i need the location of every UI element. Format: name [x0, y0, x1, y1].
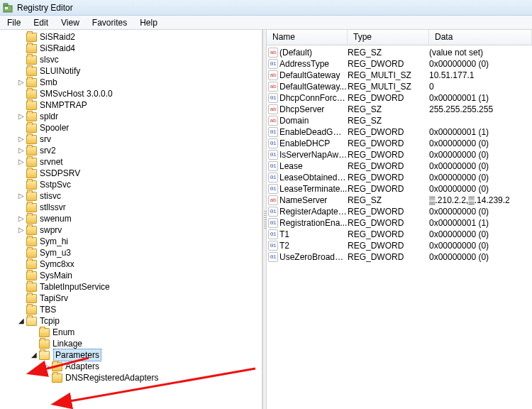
tree-node-tcpip[interactable]: ◢Tcpip	[4, 315, 262, 327]
tree-node-sstpsvc[interactable]: SstpSvc	[4, 179, 262, 190]
tree-node-label: Symc8xx	[39, 258, 74, 270]
tree-toggle-icon	[17, 270, 26, 281]
folder-icon	[26, 158, 37, 167]
tree-node-spooler[interactable]: Spooler	[4, 122, 262, 133]
col-header-data[interactable]: Data	[429, 30, 532, 45]
value-row[interactable]: T1REG_DWORD0x00000000 (0)	[267, 229, 532, 240]
value-type: REG_DWORD	[348, 138, 429, 149]
tree-node-srv[interactable]: ▷srv	[4, 133, 262, 145]
tree-node-label: srv	[39, 133, 51, 145]
menu-file[interactable]: File	[3, 17, 25, 28]
value-type: REG_DWORD	[348, 92, 429, 104]
value-row[interactable]: LeaseREG_DWORD0x00000000 (0)	[267, 160, 532, 172]
tree-node-sluinotify[interactable]: SLUINotify	[4, 65, 262, 77]
value-row[interactable]: AddressTypeREG_DWORD0x00000000 (0)	[267, 58, 532, 70]
tree-node-sym-hi[interactable]: Sym_hi	[4, 236, 262, 247]
tree-node-snmptrap[interactable]: SNMPTRAP	[4, 99, 262, 111]
tree-toggle-icon[interactable]: ▷	[17, 77, 26, 88]
column-headers: Name Type Data	[267, 30, 532, 45]
tree-node-label: srvnet	[39, 156, 63, 168]
folder-icon	[26, 135, 37, 144]
value-row[interactable]: EnableDeadGW...REG_DWORD0x00000001 (1)	[267, 126, 532, 138]
value-name: (Default)	[279, 47, 348, 58]
window-title: Registry Editor	[17, 3, 73, 13]
tree-node-sysmain[interactable]: SysMain	[4, 270, 262, 281]
value-row[interactable]: LeaseObtainedT...REG_DWORD0x00000000 (0)	[267, 172, 532, 183]
tree-toggle-icon[interactable]: ▷	[17, 145, 26, 156]
tree-node-srvnet[interactable]: ▷srvnet	[4, 156, 262, 168]
menu-help[interactable]: Help	[135, 17, 162, 28]
tree-toggle-icon[interactable]: ◢	[17, 315, 26, 327]
value-row[interactable]: DomainREG_SZ	[267, 115, 532, 126]
tree-node-symc8xx[interactable]: Symc8xx	[4, 258, 262, 270]
value-row[interactable]: IsServerNapAwareREG_DWORD0x00000000 (0)	[267, 149, 532, 160]
menubar: File Edit View Favorites Help	[0, 16, 532, 30]
folder-icon	[26, 226, 37, 235]
reg-sz-icon	[268, 82, 278, 92]
tree-node-sym-u3[interactable]: Sym_u3	[4, 247, 262, 258]
tree-node-stllssvr[interactable]: stllssvr	[4, 202, 262, 213]
tree-node-srv2[interactable]: ▷srv2	[4, 145, 262, 156]
value-row[interactable]: LeaseTerminate...REG_DWORD0x00000000 (0)	[267, 183, 532, 195]
tree-toggle-icon[interactable]: ▷	[17, 156, 26, 168]
tree-node-linkage[interactable]: Linkage	[4, 338, 262, 349]
value-data: 0x00000000 (0)	[429, 206, 532, 217]
splitter[interactable]	[262, 30, 267, 409]
tree-node-adapters[interactable]: ▷Adapters	[4, 361, 262, 372]
tree-node-parameters[interactable]: ◢Parameters	[4, 349, 262, 361]
tree-toggle-icon[interactable]: ▷	[17, 190, 26, 202]
folder-icon	[26, 192, 37, 201]
tree-toggle-icon	[17, 43, 26, 54]
menu-favorites[interactable]: Favorites	[88, 17, 131, 28]
value-name: RegisterAdapter...	[279, 206, 348, 217]
value-data: 0x00000001 (1)	[429, 92, 532, 104]
tree-node-smsvchost-3-0-0-0[interactable]: SMSvcHost 3.0.0.0	[4, 88, 262, 99]
col-header-type[interactable]: Type	[348, 30, 429, 45]
reg-dword-icon	[268, 93, 278, 103]
tree-node-sisraid4[interactable]: SiSRaid4	[4, 43, 262, 54]
tree-node-tabletinputservice[interactable]: TabletInputService	[4, 281, 262, 293]
tree-node-tbs[interactable]: TBS	[4, 304, 262, 315]
tree-node-enum[interactable]: Enum	[4, 327, 262, 338]
tree-node-tapisrv[interactable]: TapiSrv	[4, 293, 262, 304]
value-row[interactable]: DhcpConnForce...REG_DWORD0x00000001 (1)	[267, 92, 532, 104]
col-header-name[interactable]: Name	[267, 30, 348, 45]
tree-node-dnsregisteredadapters[interactable]: DNSRegisteredAdapters	[4, 372, 262, 383]
value-row[interactable]: DefaultGateway...REG_MULTI_SZ0	[267, 81, 532, 92]
value-row[interactable]: RegistrationEna...REG_DWORD0x00000001 (1…	[267, 217, 532, 229]
value-row[interactable]: UseZeroBroadcastREG_DWORD0x00000000 (0)	[267, 251, 532, 263]
values-pane[interactable]: Name Type Data (Default)REG_SZ(value not…	[267, 30, 532, 409]
tree-node-swprv[interactable]: ▷swprv	[4, 224, 262, 236]
tree-node-slsvc[interactable]: slsvc	[4, 54, 262, 65]
value-row[interactable]: RegisterAdapter...REG_DWORD0x00000000 (0…	[267, 206, 532, 217]
tree-pane[interactable]: SiSRaid2SiSRaid4slsvcSLUINotify▷SmbSMSvc…	[0, 30, 262, 409]
value-row[interactable]: DefaultGatewayREG_MULTI_SZ10.51.177.1	[267, 70, 532, 81]
value-row[interactable]: DhcpServerREG_SZ255.255.255.255	[267, 104, 532, 115]
tree-node-stisvc[interactable]: ▷stisvc	[4, 190, 262, 202]
tree-toggle-icon[interactable]: ▷	[17, 224, 26, 236]
value-row[interactable]: EnableDHCPREG_DWORD0x00000000 (0)	[267, 138, 532, 149]
value-row[interactable]: T2REG_DWORD0x00000000 (0)	[267, 240, 532, 251]
value-type: REG_SZ	[348, 104, 429, 115]
value-name: AddressType	[279, 58, 348, 70]
tree-node-sisraid2[interactable]: SiSRaid2	[4, 31, 262, 43]
tree-toggle-icon[interactable]: ▷	[17, 111, 26, 122]
tree-node-label: Adapters	[65, 361, 99, 372]
tree-toggle-icon[interactable]: ▷	[43, 361, 51, 372]
tree-node-label: swprv	[39, 224, 62, 236]
tree-toggle-icon[interactable]: ▷	[17, 133, 26, 145]
tree-node-swenum[interactable]: ▷swenum	[4, 213, 262, 224]
value-row[interactable]: NameServerREG_SZ▒.210.2.2,▒.14.239.2	[267, 195, 532, 206]
folder-icon	[26, 180, 37, 190]
reg-dword-icon	[268, 229, 278, 239]
menu-view[interactable]: View	[57, 17, 84, 28]
tree-toggle-icon[interactable]: ▷	[17, 213, 26, 224]
tree-toggle-icon[interactable]: ◢	[30, 349, 38, 361]
tree-node-ssdpsrv[interactable]: SSDPSRV	[4, 168, 262, 179]
tree-node-smb[interactable]: ▷Smb	[4, 77, 262, 88]
value-name: EnableDeadGW...	[279, 126, 348, 138]
menu-edit[interactable]: Edit	[29, 17, 52, 28]
tree-node-spldr[interactable]: ▷spldr	[4, 111, 262, 122]
value-row[interactable]: (Default)REG_SZ(value not set)	[267, 47, 532, 58]
titlebar[interactable]: Registry Editor	[0, 0, 532, 16]
